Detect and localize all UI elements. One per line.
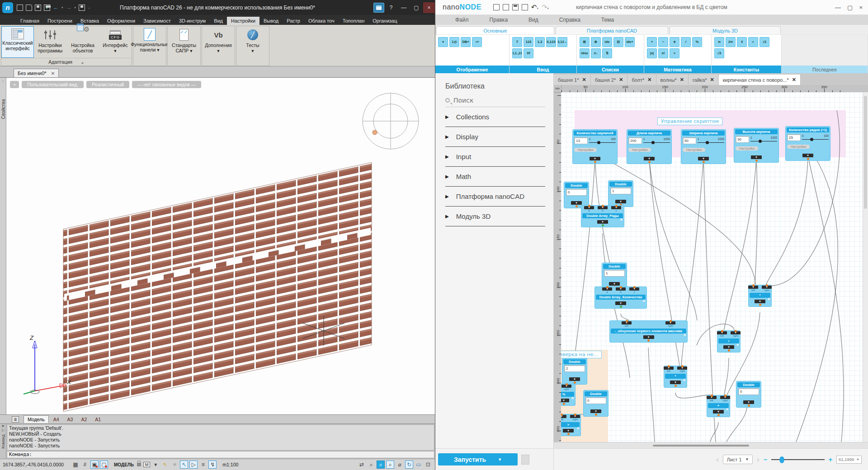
node-settings-button[interactable]: Настройки — [787, 145, 810, 149]
watch-icon[interactable]: ⌖ — [438, 37, 448, 47]
node-document-tab-5[interactable]: гайка*✕ — [689, 75, 719, 85]
ribbon-tab-8[interactable]: Настройки — [227, 17, 259, 25]
sidebar-item-collections[interactable]: ▶Collections — [445, 107, 545, 127]
node-input-port-right[interactable]: ▾right — [762, 286, 772, 292]
node-slider[interactable] — [802, 137, 829, 141]
node-input-port-c[interactable]: ▾c — [629, 287, 639, 294]
node-settings-button[interactable]: Настройки — [628, 148, 651, 152]
canvas-group-label[interactable]: оверка на не... — [561, 351, 602, 358]
new-file-icon[interactable] — [493, 4, 500, 10]
toolbar-tab-1[interactable]: Основные — [436, 26, 554, 34]
node-input-port-right[interactable]: ▾right — [720, 396, 730, 402]
toolbar-tab-2[interactable]: Платформа nanoCAD — [556, 26, 668, 34]
db-add-icon[interactable]: DB+ — [461, 37, 471, 47]
node-output-port[interactable]: ▾ — [561, 398, 575, 405]
vertical-scrollbar[interactable] — [863, 92, 868, 442]
undo-icon[interactable]: ← — [53, 5, 59, 10]
index-add-icon[interactable]: idx+ — [625, 37, 635, 47]
close-tab-icon[interactable]: ✕ — [582, 77, 586, 83]
menu-item-Справка[interactable]: Справка — [559, 17, 580, 23]
function-node-9[interactable]: ▾left▾right>A▾ — [561, 414, 581, 436]
node-output-port[interactable]: ▾ — [627, 156, 671, 164]
node-settings-button[interactable]: Настройки — [574, 148, 597, 152]
viewport-control-4[interactable]: — нет связанных видов — — [132, 81, 201, 88]
print-icon[interactable] — [79, 5, 85, 11]
sidebar-item-display[interactable]: ▶Display — [445, 127, 545, 147]
viewport-control-1[interactable]: + — [10, 81, 19, 88]
sidebar-item-платформа-nanocad[interactable]: ▶Платформа nanoCAD — [445, 187, 545, 207]
save-as-icon[interactable] — [522, 4, 528, 10]
close-tab-icon[interactable]: ✕ — [680, 77, 684, 83]
node-output-port[interactable]: ▾ — [707, 409, 730, 417]
lamp-icon[interactable]: ☀ — [170, 461, 179, 469]
model-space-label[interactable]: МОДЕЛЬ — [114, 462, 134, 467]
zoom-object-icon[interactable]: ⌕ — [386, 461, 394, 469]
list-length-icon[interactable]: n↓ — [591, 48, 601, 58]
slider-node-3[interactable]: Ширина кирпича5011000Настройки▾ — [681, 129, 726, 164]
slider-input-icon[interactable]: 0,12→ — [557, 37, 567, 47]
ucs-cursor-icon[interactable]: ↖ — [161, 461, 169, 469]
number-input-icon[interactable]: 0,123 — [546, 37, 556, 47]
node-input-port-right[interactable]: ▾right — [665, 321, 675, 328]
run-button[interactable]: Запустить▼ — [438, 453, 518, 465]
node-input-port-right[interactable]: ▾right — [677, 367, 687, 373]
workspace-dropdown-icon[interactable]: ▾ — [151, 461, 160, 469]
layout-list-icon[interactable]: ≣ — [12, 416, 19, 423]
sidebar-item-модуль-3d[interactable]: ▶Модуль 3D — [445, 207, 545, 226]
save-all-icon[interactable] — [44, 5, 50, 11]
toolbar-tab-3[interactable]: Модуль 3D — [670, 26, 781, 34]
menu-item-Файл[interactable]: Файл — [455, 17, 469, 23]
index-append-icon[interactable]: idx± — [580, 48, 590, 58]
command-input[interactable]: Команда: — [7, 451, 434, 458]
viewport-control-3[interactable]: Реалистичный — [86, 81, 129, 88]
list-icon[interactable]: ≡ — [199, 461, 207, 469]
command-panel-strip[interactable]: ✕ ⚐ Команд — [0, 424, 6, 459]
canvas-group-label[interactable]: Управление скриптом — [657, 118, 722, 125]
integer-input-icon[interactable]: 123 — [524, 37, 533, 47]
ribbon-button-classic-ui[interactable]: Классическийинтерфейс — [1, 26, 34, 58]
grid-icon[interactable]: ▦ — [71, 461, 80, 469]
node-input-port-left[interactable]: ▾left — [717, 331, 727, 338]
ribbon-button-program-settings[interactable]: Настройкипрограммы — [34, 26, 66, 58]
node-input-port-b[interactable]: ▾b — [598, 206, 608, 212]
node-input-port-left[interactable]: ▾left — [748, 286, 758, 292]
close-button[interactable]: × — [859, 4, 863, 11]
ribbon-tab-12[interactable]: Топоплан — [339, 17, 369, 25]
redo-icon[interactable]: ↷▾ — [542, 3, 549, 11]
link-number-icon[interactable]: 1@ — [449, 37, 459, 47]
redo-icon[interactable]: → — [66, 5, 72, 10]
ribbon-button-func-panels[interactable]: ╱Функциональныепанели ▾ — [133, 26, 166, 66]
node-output-port[interactable]: ▾ — [681, 156, 726, 164]
regen-icon[interactable]: ↻ — [405, 461, 413, 469]
wire[interactable] — [724, 358, 729, 395]
list-index-icon[interactable]: idx — [602, 37, 612, 47]
node-canvas[interactable]: Управление скриптомоверка на не...Количе… — [561, 92, 863, 442]
wire[interactable] — [606, 159, 755, 284]
run-options-button[interactable] — [521, 455, 529, 465]
new-file-icon[interactable] — [17, 5, 23, 11]
node-input-port-a[interactable]: ▾a — [602, 287, 612, 294]
text-input-icon[interactable]: T — [512, 37, 522, 47]
double-node-2[interactable]: Double1▾ — [608, 180, 633, 207]
menu-item-Правка[interactable]: Правка — [490, 17, 508, 23]
open-file-icon[interactable] — [503, 4, 509, 10]
minimize-button[interactable]: — — [835, 4, 841, 11]
ribbon-button-tests[interactable]: ╱Тесты▾ — [236, 26, 269, 66]
zoom-icon[interactable]: ⌕ — [367, 461, 375, 469]
close-panel-icon[interactable]: ✕ — [0, 424, 6, 428]
ribbon-tab-4[interactable]: Оформлени — [103, 17, 139, 25]
node-input-port-b[interactable]: ▾b — [616, 287, 626, 294]
function-node-6[interactable]: ▾left▾right*A▾ — [664, 366, 687, 388]
ribbon-tab-1[interactable]: Главная — [16, 17, 43, 25]
node-slider[interactable] — [589, 141, 616, 144]
node-output-port[interactable]: ▾ — [584, 409, 608, 416]
node-value-input[interactable]: 0 — [585, 397, 606, 404]
close-tab-icon[interactable]: ✕ — [710, 77, 714, 83]
viewport-control-2[interactable]: Пользовательский вид. — [22, 81, 84, 88]
maximize-button[interactable]: ▢ — [847, 4, 853, 11]
navigation-wheel[interactable] — [363, 93, 419, 149]
node-output-port[interactable]: ▾ — [573, 156, 617, 164]
node-output-port[interactable]: ▾ — [786, 153, 830, 160]
wire[interactable] — [808, 156, 844, 442]
ribbon-group-adaptation-label[interactable]: Адаптация⌄ — [1, 58, 132, 66]
